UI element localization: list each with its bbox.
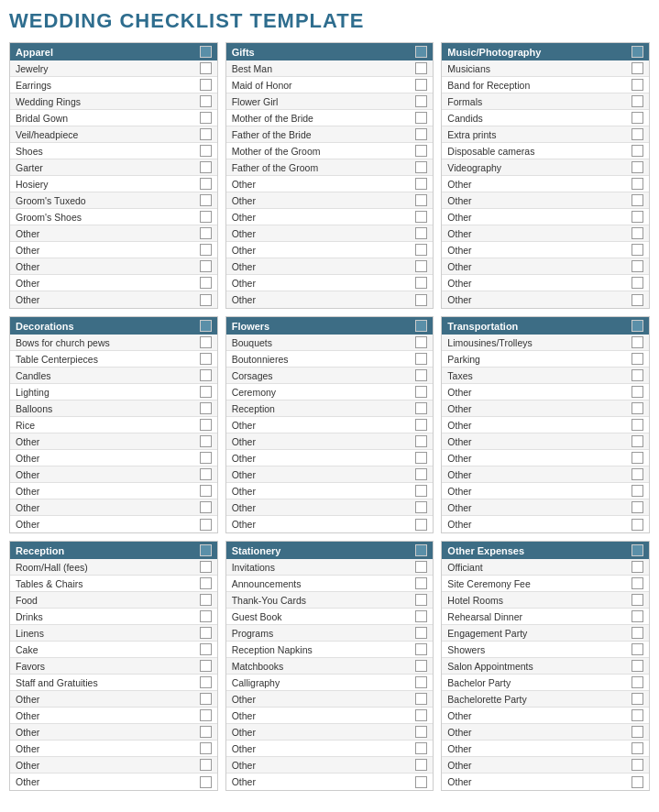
row-checkbox[interactable] [415, 759, 427, 771]
row-checkbox[interactable] [200, 402, 212, 414]
row-checkbox[interactable] [200, 676, 212, 688]
row-checkbox[interactable] [200, 161, 212, 173]
row-checkbox[interactable] [200, 62, 212, 74]
row-checkbox[interactable] [415, 369, 427, 381]
row-checkbox[interactable] [200, 594, 212, 606]
row-checkbox[interactable] [200, 577, 212, 589]
row-checkbox[interactable] [200, 435, 212, 447]
row-checkbox[interactable] [632, 386, 643, 398]
row-checkbox[interactable] [415, 501, 427, 513]
row-checkbox[interactable] [632, 178, 643, 190]
row-checkbox[interactable] [632, 227, 643, 239]
section-header-checkbox-music-photography[interactable] [632, 46, 643, 58]
row-checkbox[interactable] [200, 726, 212, 738]
section-header-checkbox-other-expenses[interactable] [632, 544, 643, 556]
row-checkbox[interactable] [632, 693, 643, 705]
row-checkbox[interactable] [200, 79, 212, 91]
row-checkbox[interactable] [632, 676, 643, 688]
row-checkbox[interactable] [632, 336, 643, 348]
row-checkbox[interactable] [632, 726, 643, 738]
row-checkbox[interactable] [415, 726, 427, 738]
row-checkbox[interactable] [200, 211, 212, 223]
row-checkbox[interactable] [415, 419, 427, 431]
row-checkbox[interactable] [415, 693, 427, 705]
row-checkbox[interactable] [415, 676, 427, 688]
row-checkbox[interactable] [200, 145, 212, 157]
row-checkbox[interactable] [632, 435, 643, 447]
section-header-checkbox-decorations[interactable] [200, 320, 212, 332]
row-checkbox[interactable] [632, 643, 643, 655]
row-checkbox[interactable] [632, 244, 643, 256]
row-checkbox[interactable] [200, 277, 212, 289]
row-checkbox[interactable] [415, 95, 427, 107]
row-checkbox[interactable] [415, 353, 427, 365]
row-checkbox[interactable] [632, 742, 643, 754]
row-checkbox[interactable] [632, 519, 643, 531]
row-checkbox[interactable] [200, 194, 212, 206]
row-checkbox[interactable] [632, 452, 643, 464]
row-checkbox[interactable] [632, 95, 643, 107]
row-checkbox[interactable] [200, 178, 212, 190]
row-checkbox[interactable] [200, 485, 212, 497]
row-checkbox[interactable] [415, 660, 427, 672]
row-checkbox[interactable] [632, 194, 643, 206]
row-checkbox[interactable] [415, 561, 427, 573]
row-checkbox[interactable] [415, 643, 427, 655]
row-checkbox[interactable] [632, 112, 643, 124]
row-checkbox[interactable] [632, 627, 643, 639]
row-checkbox[interactable] [415, 161, 427, 173]
section-header-checkbox-reception[interactable] [200, 544, 212, 556]
row-checkbox[interactable] [200, 709, 212, 721]
row-checkbox[interactable] [415, 227, 427, 239]
row-checkbox[interactable] [200, 95, 212, 107]
row-checkbox[interactable] [415, 294, 427, 306]
row-checkbox[interactable] [632, 62, 643, 74]
row-checkbox[interactable] [632, 610, 643, 622]
row-checkbox[interactable] [632, 369, 643, 381]
row-checkbox[interactable] [632, 660, 643, 672]
row-checkbox[interactable] [632, 145, 643, 157]
row-checkbox[interactable] [200, 369, 212, 381]
section-header-checkbox-stationery[interactable] [415, 544, 427, 556]
row-checkbox[interactable] [200, 452, 212, 464]
row-checkbox[interactable] [200, 336, 212, 348]
row-checkbox[interactable] [200, 260, 212, 272]
row-checkbox[interactable] [415, 594, 427, 606]
row-checkbox[interactable] [632, 594, 643, 606]
row-checkbox[interactable] [200, 660, 212, 672]
row-checkbox[interactable] [632, 277, 643, 289]
row-checkbox[interactable] [415, 485, 427, 497]
row-checkbox[interactable] [200, 294, 212, 306]
row-checkbox[interactable] [415, 776, 427, 788]
row-checkbox[interactable] [415, 452, 427, 464]
row-checkbox[interactable] [200, 742, 212, 754]
row-checkbox[interactable] [415, 402, 427, 414]
row-checkbox[interactable] [200, 627, 212, 639]
row-checkbox[interactable] [200, 419, 212, 431]
row-checkbox[interactable] [632, 260, 643, 272]
row-checkbox[interactable] [200, 501, 212, 513]
row-checkbox[interactable] [415, 577, 427, 589]
row-checkbox[interactable] [632, 501, 643, 513]
row-checkbox[interactable] [415, 468, 427, 480]
row-checkbox[interactable] [632, 561, 643, 573]
row-checkbox[interactable] [415, 277, 427, 289]
row-checkbox[interactable] [632, 294, 643, 306]
row-checkbox[interactable] [415, 178, 427, 190]
row-checkbox[interactable] [200, 693, 212, 705]
row-checkbox[interactable] [632, 79, 643, 91]
row-checkbox[interactable] [415, 709, 427, 721]
row-checkbox[interactable] [415, 145, 427, 157]
row-checkbox[interactable] [200, 386, 212, 398]
row-checkbox[interactable] [415, 79, 427, 91]
section-header-checkbox-apparel[interactable] [200, 46, 212, 58]
row-checkbox[interactable] [415, 62, 427, 74]
row-checkbox[interactable] [415, 742, 427, 754]
row-checkbox[interactable] [632, 759, 643, 771]
section-header-checkbox-transportation[interactable] [632, 320, 643, 332]
row-checkbox[interactable] [415, 211, 427, 223]
row-checkbox[interactable] [415, 610, 427, 622]
row-checkbox[interactable] [200, 128, 212, 140]
section-header-checkbox-flowers[interactable] [415, 320, 427, 332]
row-checkbox[interactable] [200, 468, 212, 480]
